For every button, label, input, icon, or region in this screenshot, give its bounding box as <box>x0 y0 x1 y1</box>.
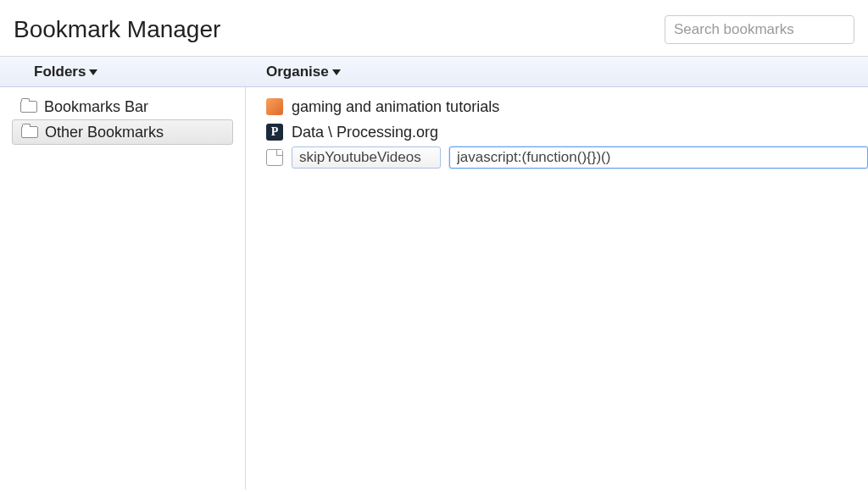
search-input[interactable] <box>665 15 854 44</box>
bookmark-url-input[interactable] <box>449 146 868 169</box>
bookmark-favicon <box>266 98 283 115</box>
file-icon <box>266 149 283 166</box>
content: gaming and animation tutorials P Data \ … <box>246 87 868 489</box>
folder-icon <box>21 126 38 138</box>
toolbar: Folders Organise <box>0 57 868 87</box>
bookmark-row[interactable]: gaming and animation tutorials <box>266 94 868 119</box>
folders-dropdown[interactable]: Folders <box>34 64 97 80</box>
bookmark-edit-row <box>266 145 868 170</box>
header: Bookmark Manager <box>0 0 868 57</box>
page-title: Bookmark Manager <box>14 16 220 43</box>
bookmark-title: gaming and animation tutorials <box>292 98 499 116</box>
sidebar-item-label: Bookmarks Bar <box>44 98 148 116</box>
bookmark-favicon: P <box>266 124 283 141</box>
folder-icon <box>20 101 37 113</box>
chevron-down-icon <box>89 69 97 75</box>
bookmark-name-input[interactable] <box>292 146 441 169</box>
folders-dropdown-label: Folders <box>34 64 86 80</box>
sidebar-item-bookmarks-bar[interactable]: Bookmarks Bar <box>12 94 233 119</box>
body: Bookmarks Bar Other Bookmarks gaming and… <box>0 87 868 489</box>
bookmark-title: Data \ Processing.org <box>292 124 438 141</box>
bookmark-row[interactable]: P Data \ Processing.org <box>266 119 868 145</box>
organise-dropdown-label: Organise <box>266 64 329 80</box>
organise-dropdown[interactable]: Organise <box>266 64 341 80</box>
sidebar-item-other-bookmarks[interactable]: Other Bookmarks <box>12 119 233 145</box>
chevron-down-icon <box>332 69 341 75</box>
sidebar: Bookmarks Bar Other Bookmarks <box>0 87 246 489</box>
sidebar-item-label: Other Bookmarks <box>45 124 164 141</box>
